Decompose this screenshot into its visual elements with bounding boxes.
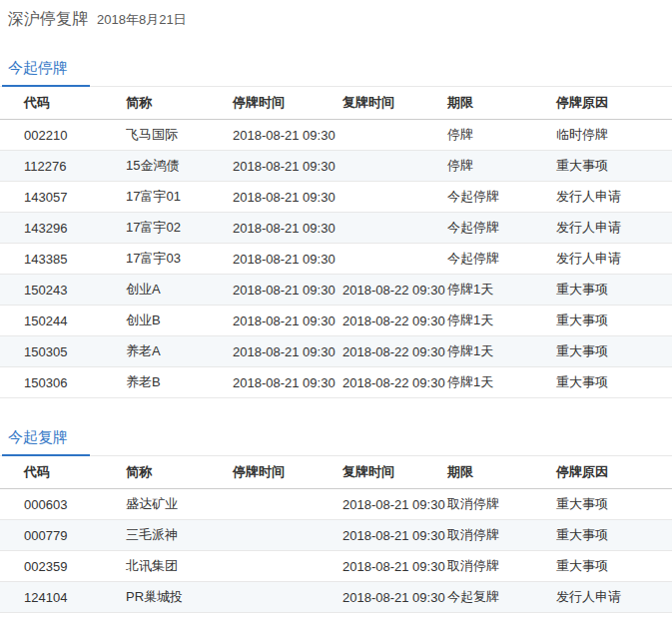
table-cell: 150306: [0, 375, 126, 390]
table-cell: 创业A: [126, 281, 233, 299]
resume-table-body: 000603盛达矿业2018-08-21 09:30取消停牌重大事项000779…: [0, 489, 672, 613]
table-cell: 2018-08-21 09:30: [233, 190, 342, 205]
table-row: 150305养老A2018-08-21 09:302018-08-22 09:3…: [0, 336, 672, 367]
table-cell: 重大事项: [556, 495, 672, 513]
table-cell: 今起复牌: [447, 588, 556, 606]
table-cell: 盛达矿业: [126, 495, 233, 513]
table-cell: 000603: [0, 497, 126, 512]
table-cell: 2018-08-21 09:30: [342, 590, 447, 605]
table-row: 002359北讯集团2018-08-21 09:30取消停牌重大事项: [0, 551, 672, 582]
column-header-reason: 停牌原因: [556, 94, 672, 112]
table-row: 14305717富宇012018-08-21 09:30今起停牌发行人申请: [0, 182, 672, 213]
resume-table-header: 代码 简称 停牌时间 复牌时间 期限 停牌原因: [0, 456, 672, 489]
table-cell: 今起停牌: [447, 188, 556, 206]
table-cell: 今起停牌: [447, 250, 556, 268]
table-cell: 重大事项: [556, 342, 672, 360]
table-row: 002210飞马国际2018-08-21 09:30停牌临时停牌: [0, 120, 672, 151]
table-cell: 2018-08-21 09:30: [233, 252, 342, 267]
table-row: 150306养老B2018-08-21 09:302018-08-22 09:3…: [0, 367, 672, 398]
table-row: 14329617富宇022018-08-21 09:30今起停牌发行人申请: [0, 213, 672, 244]
table-cell: 停牌: [447, 157, 556, 175]
resume-table: 代码 简称 停牌时间 复牌时间 期限 停牌原因 000603盛达矿业2018-0…: [0, 456, 672, 613]
table-cell: 2018-08-21 09:30: [233, 159, 342, 174]
table-cell: 停牌: [447, 126, 556, 144]
table-row: 14338517富宇032018-08-21 09:30今起停牌发行人申请: [0, 244, 672, 275]
tab-resumed-today[interactable]: 今起复牌: [2, 428, 90, 456]
table-cell: 17富宇01: [126, 188, 233, 206]
table-cell: 2018-08-21 09:30: [342, 497, 447, 512]
section-suspended-today: 今起停牌 代码 简称 停牌时间 复牌时间 期限 停牌原因 002210飞马国际2…: [0, 59, 672, 398]
table-cell: 创业B: [126, 311, 233, 329]
tab-suspended-today[interactable]: 今起停牌: [2, 59, 90, 87]
table-row: 11227615金鸿债2018-08-21 09:30停牌重大事项: [0, 151, 672, 182]
table-cell: 取消停牌: [447, 495, 556, 513]
suspend-table-body: 002210飞马国际2018-08-21 09:30停牌临时停牌11227615…: [0, 120, 672, 398]
table-cell: 2018-08-21 09:30: [233, 128, 342, 143]
table-cell: 002359: [0, 559, 126, 574]
table-cell: 养老A: [126, 342, 233, 360]
table-cell: 停牌1天: [447, 281, 556, 299]
table-cell: 重大事项: [556, 373, 672, 391]
suspend-table-header: 代码 简称 停牌时间 复牌时间 期限 停牌原因: [0, 87, 672, 120]
column-header-reason: 停牌原因: [556, 463, 672, 481]
column-header-resume-time: 复牌时间: [342, 94, 447, 112]
column-header-code: 代码: [0, 463, 126, 481]
page-date: 2018年8月21日: [97, 11, 187, 29]
table-cell: 发行人申请: [556, 588, 672, 606]
table-cell: 002210: [0, 128, 126, 143]
table-cell: 17富宇02: [126, 219, 233, 237]
tab-bar-suspend: 今起停牌: [0, 59, 672, 87]
table-row: 000603盛达矿业2018-08-21 09:30取消停牌重大事项: [0, 489, 672, 520]
table-cell: 三毛派神: [126, 526, 233, 544]
table-cell: 发行人申请: [556, 219, 672, 237]
table-cell: 150243: [0, 283, 126, 298]
column-header-suspend-time: 停牌时间: [233, 463, 342, 481]
table-cell: 停牌1天: [447, 373, 556, 391]
page-title: 深沪停复牌: [8, 10, 88, 27]
table-cell: 143057: [0, 190, 126, 205]
table-cell: 重大事项: [556, 526, 672, 544]
table-cell: 飞马国际: [126, 126, 233, 144]
table-row: 150243创业A2018-08-21 09:302018-08-22 09:3…: [0, 275, 672, 306]
table-cell: 124104: [0, 590, 126, 605]
table-cell: 143296: [0, 221, 126, 236]
table-cell: 停牌1天: [447, 311, 556, 329]
table-cell: 重大事项: [556, 281, 672, 299]
table-cell: 临时停牌: [556, 126, 672, 144]
table-row: 150244创业B2018-08-21 09:302018-08-22 09:3…: [0, 306, 672, 336]
table-cell: 150305: [0, 344, 126, 359]
suspend-table: 代码 简称 停牌时间 复牌时间 期限 停牌原因 002210飞马国际2018-0…: [0, 87, 672, 398]
table-cell: 今起停牌: [447, 219, 556, 237]
table-cell: 112276: [0, 159, 126, 174]
column-header-duration: 期限: [447, 463, 556, 481]
table-cell: 发行人申请: [556, 250, 672, 268]
table-cell: PR巢城投: [126, 588, 233, 606]
table-cell: 150244: [0, 313, 126, 328]
column-header-resume-time: 复牌时间: [342, 463, 447, 481]
column-header-code: 代码: [0, 94, 126, 112]
table-cell: 143385: [0, 252, 126, 267]
table-cell: 2018-08-21 09:30: [233, 221, 342, 236]
column-header-name: 简称: [126, 463, 233, 481]
table-cell: 2018-08-21 09:30: [233, 375, 342, 390]
table-row: 000779三毛派神2018-08-21 09:30取消停牌重大事项: [0, 520, 672, 551]
table-cell: 发行人申请: [556, 188, 672, 206]
table-cell: 2018-08-22 09:30: [342, 375, 447, 390]
section-resumed-today: 今起复牌 代码 简称 停牌时间 复牌时间 期限 停牌原因 000603盛达矿业2…: [0, 428, 672, 613]
table-cell: 2018-08-21 09:30: [233, 313, 342, 328]
table-cell: 2018-08-22 09:30: [342, 344, 447, 359]
column-header-name: 简称: [126, 94, 233, 112]
table-cell: 000779: [0, 528, 126, 543]
table-cell: 2018-08-21 09:30: [342, 559, 447, 574]
table-cell: 2018-08-22 09:30: [342, 313, 447, 328]
table-cell: 北讯集团: [126, 557, 233, 575]
table-row: 124104PR巢城投2018-08-21 09:30今起复牌发行人申请: [0, 582, 672, 613]
column-header-suspend-time: 停牌时间: [233, 94, 342, 112]
tab-bar-resume: 今起复牌: [0, 428, 672, 456]
table-cell: 17富宇03: [126, 250, 233, 268]
table-cell: 养老B: [126, 373, 233, 391]
column-header-duration: 期限: [447, 94, 556, 112]
table-cell: 2018-08-22 09:30: [342, 283, 447, 298]
table-cell: 重大事项: [556, 557, 672, 575]
table-cell: 取消停牌: [447, 557, 556, 575]
